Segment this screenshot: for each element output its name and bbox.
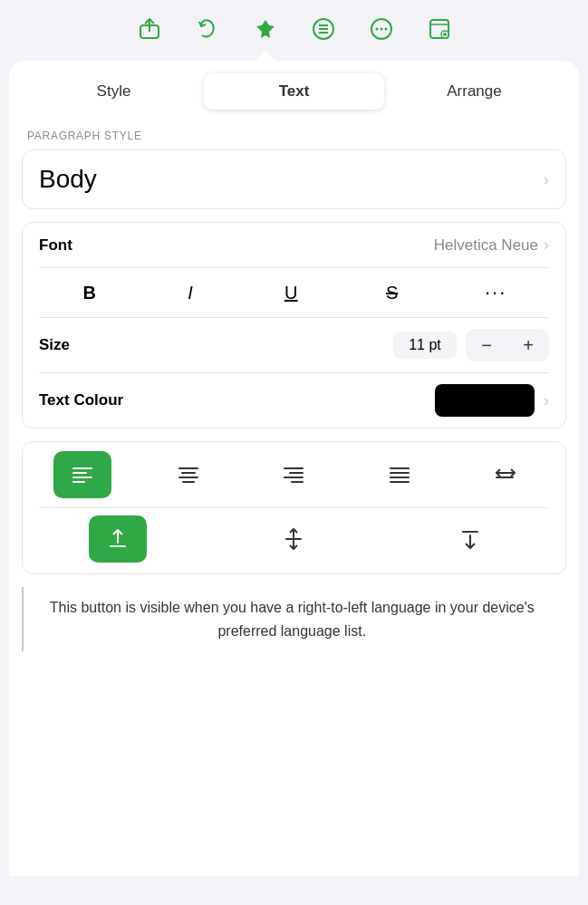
italic-button[interactable]: I <box>173 279 207 307</box>
more-text-style-button[interactable]: ··· <box>476 277 516 308</box>
svg-point-13 <box>443 33 447 36</box>
size-stepper: − + <box>466 329 549 361</box>
panel: Style Text Arrange PARAGRAPH STYLE Body … <box>9 61 579 876</box>
colour-chevron-icon: › <box>544 391 549 410</box>
rtl-note-container: This button is visible when you have a r… <box>22 587 566 651</box>
svg-point-8 <box>380 28 382 31</box>
align-center-button[interactable] <box>159 451 217 498</box>
font-row[interactable]: Font Helvetica Neue › <box>23 223 565 267</box>
colour-right: › <box>435 384 549 417</box>
tab-bar: Style Text Arrange <box>9 61 579 110</box>
font-chevron-icon: › <box>544 236 549 255</box>
vertical-align-row <box>23 508 565 573</box>
more-options-icon[interactable] <box>369 16 394 48</box>
text-style-row: B I U S ··· <box>23 268 565 317</box>
rtl-button[interactable] <box>477 451 535 498</box>
rtl-note-text: This button is visible when you have a r… <box>24 587 567 651</box>
font-value: Helvetica Neue › <box>434 236 549 255</box>
font-label: Font <box>39 236 72 255</box>
share-icon[interactable] <box>137 16 162 48</box>
valign-middle-button[interactable] <box>265 515 323 563</box>
strikethrough-button[interactable]: S <box>375 279 410 307</box>
size-controls: 11 pt − + <box>393 329 549 361</box>
colour-swatch <box>435 384 535 417</box>
pin-icon[interactable] <box>253 16 278 48</box>
alignment-card <box>22 441 566 574</box>
align-right-button[interactable] <box>265 451 323 498</box>
undo-icon[interactable] <box>195 16 220 48</box>
toolbar <box>0 0 588 61</box>
size-row: Size 11 pt − + <box>23 318 565 372</box>
paragraph-style-label: PARAGRAPH STYLE <box>9 110 579 149</box>
format-icon[interactable] <box>311 16 336 48</box>
align-left-button[interactable] <box>53 451 111 498</box>
horizontal-align-row <box>23 442 565 507</box>
valign-top-button[interactable] <box>89 515 147 563</box>
preview-icon[interactable] <box>427 16 452 48</box>
tab-style[interactable]: Style <box>24 73 204 110</box>
paragraph-style-row[interactable]: Body › <box>23 150 565 208</box>
paragraph-style-card: Body › <box>22 149 566 209</box>
size-increase-button[interactable]: + <box>507 329 549 361</box>
paragraph-style-value: Body <box>39 165 97 194</box>
size-label: Size <box>39 336 70 354</box>
text-colour-label: Text Colour <box>39 391 123 409</box>
font-card: Font Helvetica Neue › B I U S ··· Size 1… <box>22 222 566 428</box>
size-decrease-button[interactable]: − <box>466 329 507 361</box>
tab-text[interactable]: Text <box>204 73 384 110</box>
underline-button[interactable]: U <box>274 279 308 307</box>
paragraph-chevron-icon: › <box>544 170 549 189</box>
text-colour-row[interactable]: Text Colour › <box>23 373 565 428</box>
valign-bottom-button[interactable] <box>441 515 499 563</box>
svg-point-7 <box>375 28 378 31</box>
align-justify-button[interactable] <box>371 451 429 498</box>
size-value: 11 pt <box>393 332 457 359</box>
tab-arrange[interactable]: Arrange <box>384 73 564 110</box>
svg-point-9 <box>384 28 387 31</box>
bold-button[interactable]: B <box>72 279 107 307</box>
